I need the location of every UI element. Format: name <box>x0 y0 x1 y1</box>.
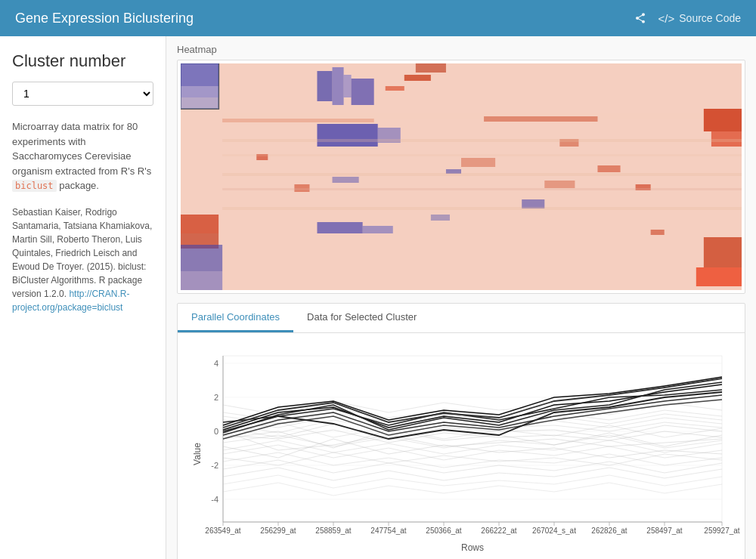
svg-rect-43 <box>544 181 575 188</box>
svg-text:Value: Value <box>192 443 203 465</box>
citation-text: Sebastian Kaiser, Rodrigo Santamaria, Ta… <box>12 207 152 299</box>
svg-rect-22 <box>363 226 393 233</box>
parallel-coordinates-svg: Value 4 2 0 -2 -4 <box>178 341 745 559</box>
svg-text:4: 4 <box>214 359 218 368</box>
share-icon <box>634 12 646 24</box>
svg-rect-2 <box>181 63 218 86</box>
svg-rect-21 <box>317 222 362 233</box>
svg-rect-4 <box>181 97 218 109</box>
svg-text:262826_at: 262826_at <box>591 527 627 535</box>
svg-rect-42 <box>333 177 359 183</box>
tab-data-selected-cluster[interactable]: Data for Selected Cluster <box>293 304 430 332</box>
svg-rect-12 <box>222 113 742 119</box>
svg-rect-39 <box>222 207 742 210</box>
svg-rect-3 <box>181 86 218 97</box>
svg-rect-37 <box>222 173 742 176</box>
heatmap-label: Heatmap <box>177 44 745 55</box>
sidebar-desc-text: Microarray data matrix for 80 experiment… <box>12 121 138 177</box>
cluster-select[interactable]: 1 2 3 4 5 <box>12 82 153 106</box>
code-term: biclust <box>12 180 57 192</box>
svg-rect-36 <box>222 154 742 156</box>
svg-rect-19 <box>181 215 218 233</box>
svg-rect-10 <box>344 75 352 97</box>
svg-rect-11 <box>352 79 374 105</box>
svg-rect-0 <box>181 63 742 290</box>
svg-rect-23 <box>704 237 742 267</box>
heatmap-svg <box>181 63 742 290</box>
svg-rect-17 <box>704 109 742 131</box>
heatmap-canvas <box>181 63 742 290</box>
svg-rect-41 <box>597 165 620 172</box>
svg-rect-32 <box>651 230 665 235</box>
svg-text:266222_at: 266222_at <box>481 527 516 535</box>
source-code-button[interactable]: </> Source Code <box>658 12 741 25</box>
heatmap-container <box>177 60 745 294</box>
svg-text:263549_at: 263549_at <box>205 527 240 535</box>
sidebar-citation: Sebastian Kaiser, Rodrigo Santamaria, Ta… <box>12 205 153 314</box>
sidebar-title: Cluster number <box>12 51 153 71</box>
app-title: Gene Expression Biclustering <box>15 11 194 26</box>
chart-wrapper: Value 4 2 0 -2 -4 <box>178 341 745 559</box>
code-icon: </> <box>658 12 675 25</box>
tab-parallel-coordinates[interactable]: Parallel Coordinates <box>178 304 293 332</box>
svg-rect-13 <box>222 119 374 122</box>
content-area: Heatmap <box>166 36 756 559</box>
main-layout: Cluster number 1 2 3 4 5 Microarray data… <box>0 36 756 559</box>
svg-rect-14 <box>484 116 597 122</box>
svg-text:-4: -4 <box>211 495 218 504</box>
svg-rect-40 <box>461 158 495 167</box>
sidebar-description: Microarray data matrix for 80 experiment… <box>12 119 153 193</box>
svg-rect-34 <box>181 271 222 290</box>
svg-text:267024_s_at: 267024_s_at <box>532 527 576 535</box>
sidebar-desc-end: package. <box>59 180 99 191</box>
sidebar: Cluster number 1 2 3 4 5 Microarray data… <box>0 36 166 559</box>
svg-rect-7 <box>416 63 446 73</box>
svg-text:2: 2 <box>214 393 218 402</box>
svg-text:256299_at: 256299_at <box>260 527 296 535</box>
svg-rect-6 <box>386 86 404 91</box>
share-button[interactable] <box>634 12 646 24</box>
header-actions: </> Source Code <box>634 12 741 25</box>
svg-text:0: 0 <box>214 427 218 436</box>
svg-rect-15 <box>317 124 377 147</box>
svg-rect-38 <box>222 188 742 190</box>
app-header: Gene Expression Biclustering </> Source … <box>0 0 756 36</box>
svg-text:258859_at: 258859_at <box>315 527 351 535</box>
svg-text:Rows: Rows <box>461 542 484 553</box>
tabs-header: Parallel Coordinates Data for Selected C… <box>178 304 745 333</box>
svg-text:247754_at: 247754_at <box>370 527 406 535</box>
svg-text:250366_at: 250366_at <box>426 527 461 535</box>
tabs-container: Parallel Coordinates Data for Selected C… <box>177 303 745 559</box>
source-code-label: Source Code <box>679 12 741 24</box>
svg-rect-33 <box>181 245 222 271</box>
svg-text:259927_at: 259927_at <box>704 527 739 535</box>
svg-rect-5 <box>404 75 431 81</box>
svg-text:-2: -2 <box>211 461 218 470</box>
svg-text:258497_at: 258497_at <box>646 527 682 535</box>
svg-rect-35 <box>222 139 742 142</box>
svg-rect-24 <box>696 267 742 286</box>
svg-rect-8 <box>317 71 332 101</box>
svg-rect-9 <box>333 67 344 105</box>
tab-content-parallel: Value 4 2 0 -2 -4 <box>178 333 745 559</box>
svg-rect-31 <box>431 215 450 221</box>
